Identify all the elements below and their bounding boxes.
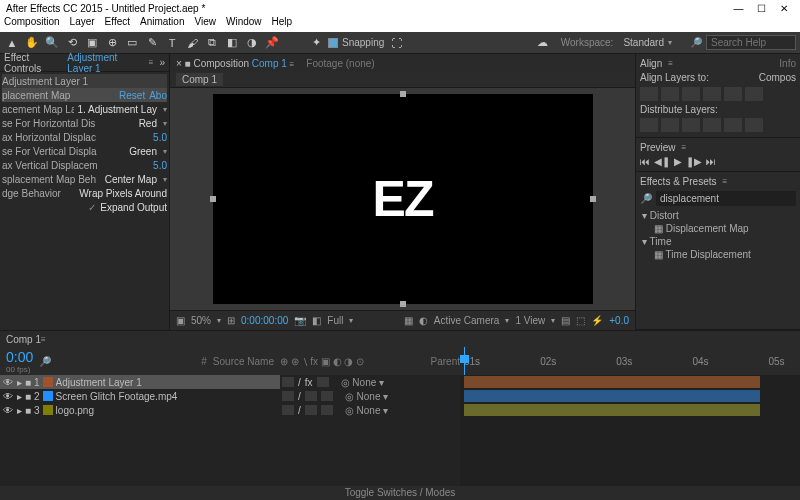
snap-opt-icon[interactable]: ⛶ xyxy=(388,35,404,51)
time-ruler[interactable]: 01s 02s 03s 04s 05s xyxy=(460,347,800,375)
val-max-h[interactable]: 5.0 xyxy=(153,132,167,143)
parent-dropdown[interactable]: None xyxy=(357,391,381,402)
tracks-area[interactable] xyxy=(460,375,800,486)
rotate-tool-icon[interactable]: ⟲ xyxy=(64,35,80,51)
local-axis-icon[interactable]: ✦ xyxy=(308,35,324,51)
pixel-aspect-icon[interactable]: ⬚ xyxy=(576,315,585,326)
col-source[interactable]: Source Name xyxy=(213,356,274,367)
col-parent[interactable]: Parent xyxy=(431,356,460,367)
align-hcenter-button[interactable] xyxy=(661,87,679,101)
res-dropdown[interactable]: Full xyxy=(327,315,343,326)
footage-tab[interactable]: Footage (none) xyxy=(306,58,374,69)
timecode-display[interactable]: 0:00:00:00 xyxy=(241,315,288,326)
effect-section[interactable]: placement Map xyxy=(2,90,115,101)
toggle-alpha-icon[interactable]: ◐ xyxy=(419,315,428,326)
hand-tool-icon[interactable]: ✋ xyxy=(24,35,40,51)
anchor-tool-icon[interactable]: ⊕ xyxy=(104,35,120,51)
snapshot-icon[interactable]: 📷 xyxy=(294,315,306,326)
channel-icon[interactable]: ⊞ xyxy=(227,315,235,326)
dist-3-button[interactable] xyxy=(682,118,700,132)
dist-1-button[interactable] xyxy=(640,118,658,132)
pen-tool-icon[interactable]: ✎ xyxy=(144,35,160,51)
color-chip[interactable] xyxy=(43,391,53,401)
canvas[interactable]: EZ xyxy=(213,94,593,304)
grid-icon[interactable]: ▦ xyxy=(404,315,413,326)
view-dropdown[interactable]: 1 View xyxy=(515,315,545,326)
align-to-dropdown[interactable]: Compos xyxy=(759,72,796,83)
tab-align[interactable]: Align xyxy=(640,58,662,69)
val-expand[interactable]: Expand Output xyxy=(100,202,167,213)
color-chip[interactable] xyxy=(43,405,53,415)
preset-item-displacement-map[interactable]: ▦ Displacement Map xyxy=(640,222,796,235)
preset-item-time-displacement[interactable]: ▦ Time Displacement xyxy=(640,248,796,261)
handle-top[interactable] xyxy=(400,91,406,97)
view-opt-icon[interactable]: ▤ xyxy=(561,315,570,326)
dist-2-button[interactable] xyxy=(661,118,679,132)
val-max-v[interactable]: 5.0 xyxy=(153,160,167,171)
menu-help[interactable]: Help xyxy=(272,16,293,32)
first-frame-button[interactable]: ⏮ xyxy=(640,156,650,167)
prev-frame-button[interactable]: ◀❚ xyxy=(654,156,670,167)
next-frame-button[interactable]: ❚▶ xyxy=(686,156,702,167)
last-frame-button[interactable]: ⏭ xyxy=(706,156,716,167)
presets-search-input[interactable] xyxy=(656,191,796,206)
exposure-display[interactable]: +0.0 xyxy=(609,315,629,326)
viewer[interactable]: EZ xyxy=(170,88,635,310)
handle-bottom[interactable] xyxy=(400,301,406,307)
puppet-tool-icon[interactable]: 📌 xyxy=(264,35,280,51)
menu-composition[interactable]: Composition xyxy=(4,16,60,32)
parent-dropdown[interactable]: None xyxy=(352,377,376,388)
val-horiz[interactable]: Red xyxy=(139,118,157,129)
visibility-icon[interactable]: 👁 xyxy=(2,405,14,416)
visibility-icon[interactable]: 👁 xyxy=(2,391,14,402)
camera-dropdown[interactable]: Active Camera xyxy=(434,315,500,326)
tab-effect-controls[interactable]: Effect Controls xyxy=(4,52,61,74)
val-behavior[interactable]: Center Map xyxy=(105,174,157,185)
maximize-button[interactable]: ☐ xyxy=(751,3,771,14)
camera-tool-icon[interactable]: ▣ xyxy=(84,35,100,51)
handle-right[interactable] xyxy=(590,196,596,202)
tab-effects-presets[interactable]: Effects & Presets xyxy=(640,176,717,187)
region-icon[interactable]: ◧ xyxy=(312,315,321,326)
menu-animation[interactable]: Animation xyxy=(140,16,184,32)
handle-left[interactable] xyxy=(210,196,216,202)
zoom-icon[interactable]: ▣ xyxy=(176,315,185,326)
menu-window[interactable]: Window xyxy=(226,16,262,32)
brush-tool-icon[interactable]: 🖌 xyxy=(184,35,200,51)
menu-view[interactable]: View xyxy=(194,16,216,32)
val-map-layer[interactable]: 1. Adjustment Lay xyxy=(78,104,158,115)
align-vcenter-button[interactable] xyxy=(724,87,742,101)
dist-4-button[interactable] xyxy=(703,118,721,132)
help-search-input[interactable] xyxy=(706,35,796,50)
cloud-sync-icon[interactable]: ☁ xyxy=(535,35,551,51)
tab-preview[interactable]: Preview xyxy=(640,142,676,153)
switch[interactable] xyxy=(282,377,294,387)
align-top-button[interactable] xyxy=(703,87,721,101)
layer-bar-3[interactable] xyxy=(464,404,760,416)
layer-bar-2[interactable] xyxy=(464,390,760,402)
minimize-button[interactable]: — xyxy=(728,3,748,14)
roto-tool-icon[interactable]: ◑ xyxy=(244,35,260,51)
switch[interactable] xyxy=(282,405,294,415)
layer-row-2[interactable]: 👁▸■2Screen Glitch Footage.mp4 xyxy=(0,389,280,403)
visibility-icon[interactable]: 👁 xyxy=(2,377,14,388)
close-button[interactable]: ✕ xyxy=(774,3,794,14)
menu-effect[interactable]: Effect xyxy=(105,16,130,32)
align-right-button[interactable] xyxy=(682,87,700,101)
dist-5-button[interactable] xyxy=(724,118,742,132)
toggle-switches-button[interactable]: Toggle Switches / Modes xyxy=(0,486,800,500)
align-bottom-button[interactable] xyxy=(745,87,763,101)
layer-row-3[interactable]: 👁▸■3logo.png xyxy=(0,403,280,417)
val-vert[interactable]: Green xyxy=(129,146,157,157)
layer-row-1[interactable]: 👁▸■1Adjustment Layer 1 xyxy=(0,375,280,389)
zoom-tool-icon[interactable]: 🔍 xyxy=(44,35,60,51)
timeline-tab[interactable]: Comp 1 xyxy=(6,334,41,345)
search-timeline-icon[interactable]: 🔎 xyxy=(39,356,51,367)
val-edge[interactable]: Wrap Pixels Around xyxy=(79,188,167,199)
about-link[interactable]: Abo xyxy=(149,90,167,101)
color-chip[interactable] xyxy=(43,377,53,387)
shape-tool-icon[interactable]: ▭ xyxy=(124,35,140,51)
comp-tab-group[interactable]: × ■ Composition Comp 1 ≡ xyxy=(176,58,294,69)
parent-dropdown[interactable]: None xyxy=(357,405,381,416)
playhead[interactable] xyxy=(464,347,465,375)
